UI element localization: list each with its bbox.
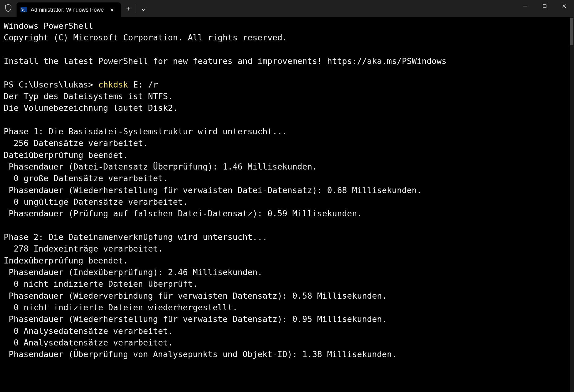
terminal-output[interactable]: Windows PowerShellCopyright (C) Microsof… [0, 17, 574, 392]
terminal-line: 0 nicht indizierte Dateien überprüft. [4, 278, 570, 290]
close-window-button[interactable] [554, 0, 574, 12]
close-icon: ✕ [110, 7, 114, 13]
terminal-line: Phase 1: Die Basisdatei-Systemstruktur w… [4, 126, 570, 137]
prompt-line: PS C:\Users\lukas> chkdsk E: /r [4, 79, 570, 91]
terminal-line: 278 Indexeinträge verarbeitet. [4, 243, 570, 255]
tab-close-button[interactable]: ✕ [107, 6, 116, 14]
prompt-prefix: PS C:\Users\lukas> [4, 80, 98, 89]
terminal-area: Windows PowerShellCopyright (C) Microsof… [0, 17, 574, 392]
terminal-line: Install the latest PowerShell for new fe… [4, 55, 570, 67]
terminal-line: 0 nicht indizierte Dateien wiederhergest… [4, 302, 570, 313]
terminal-line: 0 Analysedatensätze verarbeitet. [4, 325, 570, 337]
terminal-line: Phasendauer (Wiederherstellung für verwa… [4, 185, 570, 196]
terminal-line: 0 ungültige Datensätze verarbeitet. [4, 196, 570, 208]
terminal-line: 0 große Datensätze verarbeitet. [4, 173, 570, 184]
terminal-line: 256 Datensätze verarbeitet. [4, 137, 570, 149]
terminal-line: Phasendauer (Überprüfung von Analysepunk… [4, 349, 570, 360]
command-name: chkdsk [98, 80, 128, 89]
new-tab-button[interactable]: ＋ [121, 0, 136, 17]
tab-dropdown-button[interactable]: ⌄ [136, 0, 151, 17]
powershell-icon [20, 6, 27, 13]
terminal-line: Der Typ des Dateisystems ist NTFS. [4, 91, 570, 102]
svg-rect-3 [543, 5, 546, 8]
close-icon [562, 4, 566, 8]
terminal-line: Phasendauer (Indexüberprüfung): 2.46 Mil… [4, 267, 570, 278]
terminal-line: Phasendauer (Wiederherstellung für verwa… [4, 313, 570, 325]
terminal-line: Phasendauer (Datei-Datensatz Überprüfung… [4, 161, 570, 173]
terminal-line: Dateiüberprüfung beendet. [4, 149, 570, 161]
terminal-line: Phasendauer (Prüfung auf falschen Datei-… [4, 208, 570, 219]
terminal-line: Phasendauer (Wiederverbindung für verwai… [4, 290, 570, 302]
titlebar-drag-region[interactable] [151, 0, 515, 17]
terminal-line [4, 114, 570, 126]
terminal-line: Phase 2: Die Dateinamenverknüpfung wird … [4, 231, 570, 243]
minimize-button[interactable] [515, 0, 535, 12]
admin-shield-wrap [0, 0, 17, 17]
terminal-line: Die Volumebezeichnung lautet Disk2. [4, 102, 570, 114]
plus-icon: ＋ [125, 4, 132, 13]
terminal-line [4, 67, 570, 79]
chevron-down-icon: ⌄ [141, 5, 146, 12]
maximize-icon [542, 4, 547, 8]
terminal-line: 0 Analysedatensätze verarbeitet. [4, 337, 570, 349]
terminal-line: Windows PowerShell [4, 20, 570, 32]
scrollbar-track[interactable] [570, 17, 574, 392]
shield-icon [5, 4, 12, 13]
terminal-line [4, 44, 570, 55]
titlebar: Administrator: Windows Powe ✕ ＋ ⌄ [0, 0, 574, 17]
minimize-icon [523, 4, 527, 8]
terminal-line: Indexüberprüfung beendet. [4, 255, 570, 267]
scrollbar-thumb[interactable] [570, 18, 573, 45]
command-args: E: /r [128, 80, 158, 89]
maximize-button[interactable] [535, 0, 554, 12]
terminal-line: Copyright (C) Microsoft Corporation. All… [4, 32, 570, 43]
window-controls [515, 0, 574, 17]
terminal-line [4, 220, 570, 231]
tab-title: Administrator: Windows Powe [31, 7, 104, 13]
active-tab[interactable]: Administrator: Windows Powe ✕ [17, 2, 121, 17]
